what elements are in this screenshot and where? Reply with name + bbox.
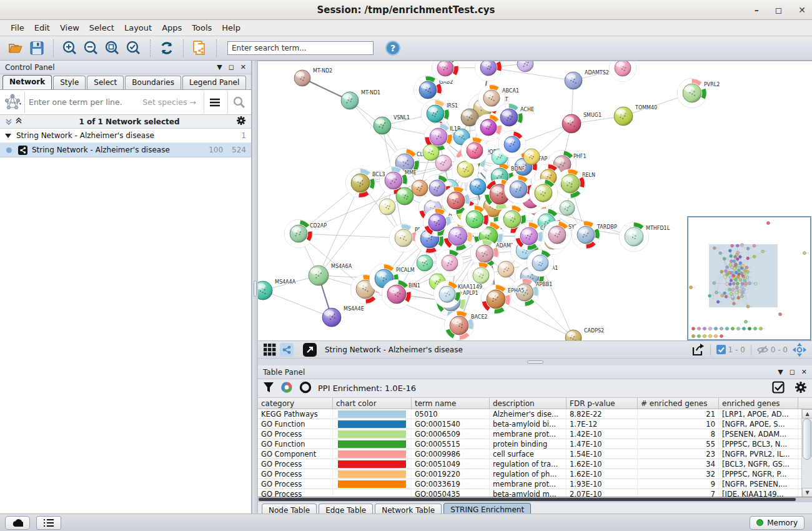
column-header-FDR-p-value[interactable]: FDR p-value [567, 398, 638, 409]
table-row[interactable]: KEGG Pathways05010Alzheimer's dise...8.8… [258, 409, 812, 419]
network-node[interactable]: MT-ND1 [341, 90, 380, 109]
network-node[interactable]: TARDBP [572, 221, 617, 249]
network-node[interactable]: CADPS2 [565, 328, 604, 340]
network-node[interactable] [610, 61, 636, 82]
network-node[interactable]: MS4A6A [309, 264, 352, 285]
network-row-selected[interactable]: String Network - Alzheimer's disease 100… [0, 143, 251, 157]
scroll-up-arrow[interactable]: ▲ [802, 409, 812, 419]
network-node[interactable]: VSNL1 [374, 115, 410, 134]
scrollbar-thumb[interactable] [803, 419, 811, 460]
tab-select[interactable]: Select [87, 76, 124, 89]
zoom-selected-icon[interactable] [124, 39, 143, 57]
share-view-icon[interactable] [280, 343, 294, 357]
network-node[interactable] [435, 155, 452, 171]
expand-all-icon[interactable] [15, 116, 22, 127]
network-node[interactable] [423, 144, 439, 161]
table-row[interactable]: GO FunctionGO:0005515protein binding1.47… [258, 439, 812, 449]
network-node[interactable] [379, 199, 395, 215]
zoom-in-icon[interactable] [61, 39, 79, 57]
export-network-icon[interactable] [691, 342, 706, 357]
network-node[interactable]: MS4A4A [258, 279, 296, 300]
column-header-chart-color[interactable]: chart color [333, 398, 412, 409]
network-node[interactable]: TOMM40 [614, 105, 657, 126]
table-row[interactable]: GO ComponentGO:0009986cell surface1.54E-… [258, 449, 812, 459]
save-session-icon[interactable] [27, 39, 46, 57]
menu-item-view[interactable]: View [56, 21, 84, 34]
column-header-enriched-genes[interactable]: enriched genes [719, 398, 798, 409]
network-node[interactable]: PVRL2 [678, 79, 720, 108]
vertical-splitter[interactable] [252, 61, 258, 514]
network-node[interactable] [475, 61, 502, 81]
ring-chart-icon[interactable] [299, 381, 312, 396]
network-node[interactable]: MS4A4E [322, 306, 364, 327]
tab-boundaries[interactable]: Boundaries [125, 76, 181, 89]
refresh-network-icon[interactable] [157, 39, 176, 57]
tab-legend-panel[interactable]: Legend Panel [182, 76, 246, 89]
table-row[interactable]: GO ProcessGO:0033619membrane prot...1.93… [258, 479, 812, 489]
network-node[interactable] [437, 250, 463, 277]
network-node[interactable] [560, 201, 575, 216]
birds-eye-view[interactable] [687, 216, 811, 340]
network-canvas[interactable]: MT-ND2MT-ND1VSNL1GAB2IRS1ADAMTS2PVRL2TOM… [258, 61, 812, 340]
table-row[interactable]: GO ProcessGO:0050435beta-amyloid m...2.0… [258, 489, 812, 497]
network-node[interactable]: BCL3 [346, 169, 385, 198]
birdseye-toggle-icon[interactable] [793, 343, 806, 357]
network-node[interactable] [475, 114, 502, 141]
network-node[interactable] [461, 206, 489, 234]
close-button[interactable]: ✕ [798, 6, 806, 14]
network-node[interactable] [498, 261, 514, 277]
network-node[interactable]: RELN [556, 169, 596, 199]
table-row[interactable]: GO ProcessGO:0006509membrane prot...1.42… [258, 429, 812, 439]
string-term-input[interactable] [25, 97, 142, 107]
copy-share-icon[interactable] [191, 39, 209, 57]
network-node[interactable] [505, 176, 533, 204]
network-node[interactable] [530, 179, 558, 207]
task-history-button[interactable] [36, 516, 61, 530]
column-header-term-name[interactable]: term name [412, 398, 490, 409]
search-input[interactable] [227, 41, 374, 55]
network-node[interactable]: BACE2 [445, 311, 488, 340]
menu-item-edit[interactable]: Edit [30, 21, 54, 34]
zoom-fit-icon[interactable] [103, 39, 122, 57]
scroll-down-arrow[interactable]: ▼ [802, 488, 812, 497]
network-node[interactable]: SMUG1 [562, 112, 602, 133]
detach-view-icon[interactable] [303, 343, 317, 357]
menu-item-select[interactable]: Select [85, 21, 119, 34]
string-logo-icon[interactable]: STRING [0, 92, 25, 113]
float-panel-icon[interactable]: ◻ [229, 64, 234, 71]
column-header-description[interactable]: description [490, 398, 567, 409]
panel-menu-icon[interactable]: ▼ [217, 64, 222, 71]
tab-style[interactable]: Style [53, 76, 86, 89]
table-panel-menu-icon[interactable]: ▼ [778, 369, 783, 375]
enrichment-chart-icon[interactable] [280, 381, 293, 396]
network-node[interactable] [417, 255, 433, 271]
menu-item-help[interactable]: Help [217, 21, 245, 34]
column-header--enriched-genes[interactable]: # enriched genes [638, 398, 719, 409]
table-close-icon[interactable]: ✕ [801, 369, 807, 375]
tab-network[interactable]: Network [2, 75, 52, 89]
grid-view-icon[interactable] [264, 344, 276, 356]
expander-icon[interactable] [5, 132, 11, 139]
open-session-icon[interactable] [6, 39, 25, 57]
menu-item-file[interactable]: File [6, 21, 29, 34]
network-node[interactable]: ADAMTS2 [565, 70, 609, 89]
column-header-category[interactable]: category [258, 398, 333, 409]
network-node[interactable] [462, 137, 488, 164]
table-row[interactable]: GO FunctionGO:0001540beta-amyloid bi...1… [258, 419, 812, 429]
collapse-all-icon[interactable] [5, 116, 12, 127]
network-node[interactable] [523, 149, 540, 165]
network-node[interactable] [499, 131, 526, 158]
table-float-icon[interactable]: ◻ [790, 369, 795, 375]
session-cloud-button[interactable] [5, 516, 30, 530]
zoom-out-icon[interactable] [82, 39, 101, 57]
table-row[interactable]: GO ProcessGO:0051049regulation of tra...… [258, 459, 812, 469]
memory-button[interactable]: Memory [750, 516, 805, 530]
horizontal-splitter[interactable] [258, 358, 812, 365]
network-node[interactable] [527, 250, 554, 277]
menu-item-apps[interactable]: Apps [157, 21, 186, 34]
select-columns-icon[interactable] [772, 381, 785, 396]
network-collection-row[interactable]: String Network - Alzheimer's disease 1 [0, 129, 251, 143]
table-horizontal-scrollbar[interactable] [258, 497, 812, 502]
maximize-button[interactable]: ◻ [775, 6, 783, 14]
table-row[interactable]: GO ProcessGO:0019220regulation of ph...1… [258, 469, 812, 479]
